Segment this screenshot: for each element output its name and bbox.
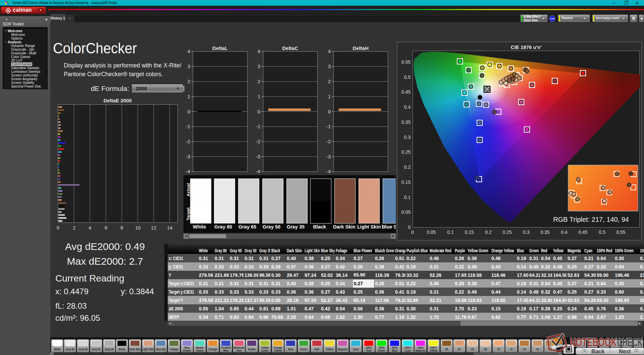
svg-text:NOTEBOOK: NOTEBOOK [570,336,617,349]
svg-text:CHECK: CHECK [617,336,643,349]
